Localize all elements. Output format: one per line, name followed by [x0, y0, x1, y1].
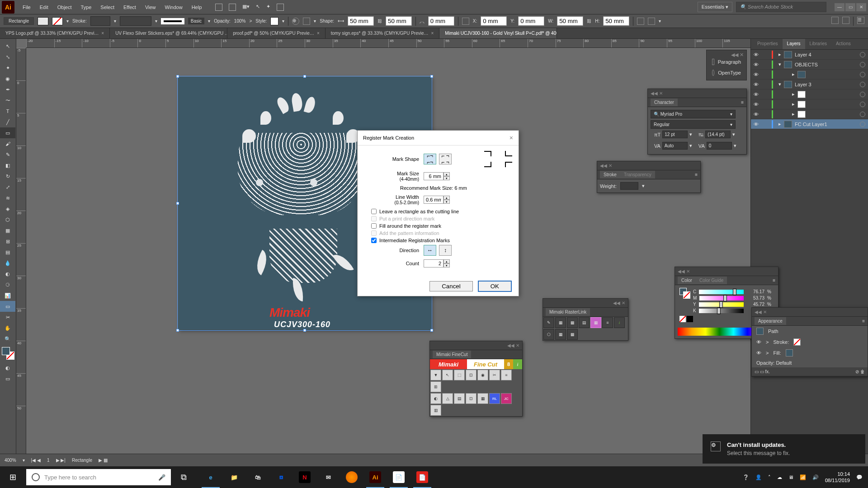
- fc-icon-1[interactable]: ▼: [430, 370, 441, 380]
- slice-tool[interactable]: ✂: [0, 312, 15, 323]
- magenta-value[interactable]: 53.73: [746, 296, 764, 300]
- fc-icon-7[interactable]: ≡: [501, 370, 512, 380]
- menu-type[interactable]: Type: [76, 2, 96, 13]
- menu-view[interactable]: View: [141, 2, 160, 13]
- close-icon[interactable]: ×: [101, 31, 104, 36]
- taskbar-reader[interactable]: 📄: [410, 466, 434, 488]
- brush-tool[interactable]: 🖌: [0, 138, 15, 149]
- close-icon[interactable]: ×: [317, 31, 320, 36]
- start-button[interactable]: ⊞: [0, 466, 25, 488]
- line-tool[interactable]: ╱: [0, 117, 15, 127]
- layer-row[interactable]: 👁 ▸: [751, 89, 868, 99]
- taskbar-firefox[interactable]: [340, 466, 363, 488]
- zoom-value[interactable]: 400%: [5, 458, 16, 463]
- color-guide-tab[interactable]: Color Guide: [696, 277, 727, 284]
- isolate-icon[interactable]: [637, 18, 644, 25]
- yellow-value[interactable]: 45.72: [746, 302, 764, 307]
- artboard-tool[interactable]: ▭: [0, 301, 15, 312]
- rl-icon-5-selected[interactable]: ▦: [590, 317, 601, 328]
- tray-up-icon[interactable]: ˄: [768, 474, 771, 480]
- doc-tab-4[interactable]: Mimaki UCJV300-160 - Gold Vinyl Skull P+…: [439, 28, 557, 38]
- kerning-input[interactable]: [707, 142, 732, 150]
- appearance-opacity[interactable]: Opacity: Default: [756, 360, 792, 366]
- menu-window[interactable]: Window: [160, 2, 187, 13]
- fc-icon-10[interactable]: △: [442, 393, 453, 404]
- close-icon[interactable]: ×: [431, 31, 434, 36]
- rl-icon-9[interactable]: ▦: [555, 329, 566, 340]
- artboard-number[interactable]: 1: [47, 458, 50, 463]
- tray-monitor-icon[interactable]: 🖥: [788, 474, 793, 480]
- stroke-weight-input[interactable]: [90, 16, 110, 26]
- transform-grid-icon[interactable]: [462, 18, 469, 25]
- maximize-button[interactable]: ▭: [845, 3, 855, 11]
- fc-icon-12[interactable]: ⊡: [466, 393, 476, 404]
- rotate-tool[interactable]: ↻: [0, 171, 15, 182]
- doc-setup-icon[interactable]: [215, 4, 222, 11]
- brush-def[interactable]: [161, 18, 184, 24]
- tab-properties[interactable]: Properties: [753, 39, 783, 49]
- fill-stroke-indicator[interactable]: [2, 347, 14, 360]
- link-wh-icon[interactable]: ⛓: [587, 19, 591, 23]
- search-stock-input[interactable]: 🔍 Search Adobe Stock: [736, 2, 826, 12]
- taskbar-netflix[interactable]: N: [293, 466, 316, 488]
- taskbar-store[interactable]: 🛍: [246, 466, 269, 488]
- fc-icon-13[interactable]: ▦: [477, 393, 488, 404]
- opacity-value[interactable]: 100%: [234, 19, 246, 23]
- menu-help[interactable]: Help: [187, 2, 207, 13]
- perspective-tool[interactable]: ▦: [0, 225, 15, 236]
- rl-icon-4[interactable]: ▤: [579, 317, 590, 328]
- spin-up[interactable]: ▴: [443, 259, 450, 263]
- menu-select[interactable]: Select: [96, 2, 119, 13]
- appearance-tab[interactable]: Appearance: [755, 317, 786, 325]
- eraser-tool[interactable]: ◧: [0, 160, 15, 171]
- menu-edit[interactable]: Edit: [35, 2, 53, 13]
- panel-menu-icon[interactable]: ≡: [695, 172, 698, 177]
- rectangle-tool[interactable]: ▭: [0, 127, 15, 138]
- chk-fill-around[interactable]: [371, 223, 377, 229]
- fc-icon-11[interactable]: ▤: [454, 393, 465, 404]
- doc-tab-2[interactable]: proof.pdf* @ 50% (CMYK/GPU Previe…×: [227, 28, 326, 38]
- menu-object[interactable]: Object: [53, 2, 76, 13]
- tab-layers[interactable]: Layers: [783, 39, 805, 49]
- menu-effect[interactable]: Effect: [119, 2, 141, 13]
- weight-input[interactable]: [620, 182, 638, 190]
- tool-icon[interactable]: ↖: [256, 4, 260, 11]
- eye-icon[interactable]: 👁: [756, 339, 761, 345]
- corner-icons[interactable]: ◞ ◟: [420, 19, 425, 23]
- count-input[interactable]: [424, 259, 443, 267]
- font-family-dropdown[interactable]: 🔍 Myriad Pro▾: [651, 110, 736, 118]
- stroke-tab[interactable]: Stroke: [600, 171, 620, 178]
- align-to-icon[interactable]: [648, 18, 655, 25]
- dialog-close-button[interactable]: ×: [509, 134, 513, 141]
- panel-opt2-icon[interactable]: [842, 17, 849, 24]
- direction-horizontal[interactable]: ↔: [424, 245, 436, 256]
- paragraph-panel-button[interactable]: Paragraph: [707, 56, 746, 67]
- fc-icon-3[interactable]: ⬚: [454, 370, 465, 380]
- hand-tool[interactable]: ✋: [0, 323, 15, 333]
- rl-icon-2[interactable]: ▦: [555, 317, 566, 328]
- layer-row[interactable]: 👁 ▾ Layer 3: [751, 80, 868, 89]
- mic-icon[interactable]: 🎤: [158, 474, 165, 481]
- direct-selection-tool[interactable]: ⤡: [0, 52, 15, 62]
- zoom-tool[interactable]: 🔍: [0, 333, 15, 344]
- cyan-value[interactable]: 76.17: [746, 289, 764, 294]
- task-view-button[interactable]: ⧉: [171, 466, 196, 488]
- spin-up[interactable]: ▴: [443, 172, 450, 176]
- direction-vertical[interactable]: ↕: [439, 245, 452, 256]
- stroke-profile-input[interactable]: [120, 16, 151, 26]
- transparency-tab[interactable]: Transparency: [620, 171, 655, 178]
- tracking-input[interactable]: [662, 142, 688, 150]
- panel-menu-icon[interactable]: ≡: [741, 100, 744, 105]
- y-input[interactable]: [518, 16, 544, 26]
- doc-tab-3[interactable]: tomy sign.eps* @ 33.33% (CMYK/GPU Previe…: [326, 28, 440, 38]
- width-tool[interactable]: ≋: [0, 192, 15, 203]
- blend-tool[interactable]: ◐: [0, 268, 15, 279]
- rl-icon-8[interactable]: ⬡: [543, 329, 554, 340]
- graph-tool[interactable]: 📊: [0, 290, 15, 301]
- pen-tool[interactable]: ✒: [0, 84, 15, 95]
- type-tool[interactable]: T: [0, 106, 15, 117]
- spin-down[interactable]: ▾: [443, 176, 450, 180]
- fc-icon-6[interactable]: ✂: [489, 370, 500, 380]
- mark-shape-option-1[interactable]: ⌐¬⌐¬: [424, 154, 436, 164]
- curvature-tool[interactable]: 〜: [0, 95, 15, 106]
